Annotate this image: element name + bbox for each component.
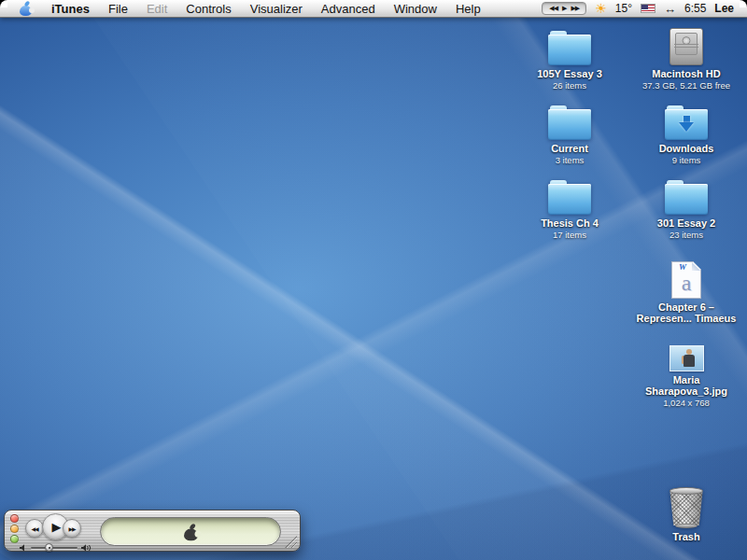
hard-drive-icon (669, 28, 703, 65)
fast-user-switch-name[interactable]: Lee (714, 2, 734, 15)
itunes-mini-player-window[interactable]: ◀◀ ▶ ▶▶ (4, 510, 301, 552)
speaker-loud-icon (80, 543, 92, 553)
desktop-icon-105y-essay-3[interactable]: 105Y Essay 3 26 items (514, 26, 626, 91)
page-fold (692, 262, 700, 271)
lcd-display (100, 517, 281, 546)
icon-info: 9 items (630, 155, 742, 165)
desktop-icon-current[interactable]: Current 3 items (514, 101, 626, 165)
fast-forward-button[interactable]: ▶▶ (63, 519, 81, 538)
weather-sun-icon[interactable]: ☀ (595, 1, 607, 16)
downloads-folder-icon (665, 105, 708, 140)
volume-slider[interactable] (19, 542, 92, 553)
icon-label: Trash (633, 531, 740, 542)
folder-icon (665, 180, 708, 215)
resize-grip[interactable] (285, 536, 297, 548)
speaker-quiet-icon (19, 543, 28, 553)
menu-left: iTunes File Edit Controls Visualizer Adv… (0, 0, 490, 17)
desktop-icon-macintosh-hd[interactable]: Macintosh HD 37.3 GB, 5.21 GB free (630, 26, 742, 91)
word-document-icon: W a (671, 261, 701, 299)
menu-controls[interactable]: Controls (176, 0, 240, 17)
document-letter: a (672, 271, 700, 295)
icon-info: 3 items (514, 155, 626, 165)
icon-info: 37.3 GB, 5.21 GB free (630, 80, 742, 91)
desktop-icon-trash[interactable]: Trash (630, 485, 742, 542)
icon-label: Current (516, 143, 623, 154)
icon-info: 1,024 x 768 (630, 398, 742, 408)
window-zoom-button[interactable] (10, 535, 19, 543)
menu-clock[interactable]: 6:55 (684, 2, 706, 15)
desktop-icon-maria-sharapova-jpg[interactable]: Maria Sharapova_3.jpg 1,024 x 768 (630, 336, 742, 408)
us-flag-icon[interactable] (641, 4, 655, 13)
window-minimize-button[interactable] (10, 525, 19, 533)
screen-corner-left (0, 0, 7, 7)
desktop-icon-chapter-6-document[interactable]: W a Chapter 6 – Represen... Timaeus (630, 259, 742, 324)
trash-icon (667, 487, 706, 528)
rewind-icon: ◀◀ (549, 5, 557, 12)
desktop-icon-301-essay-2[interactable]: 301 Essay 2 23 items (630, 175, 742, 240)
volume-track[interactable] (31, 547, 78, 549)
menu-extras: ◀◀ ▶ ▶▶ ☀ 15° ↔ 6:55 Lee (542, 0, 747, 17)
icon-label: Macintosh HD (633, 68, 740, 79)
itunes-transport-menu-extra[interactable]: ◀◀ ▶ ▶▶ (542, 2, 586, 15)
window-close-button[interactable] (10, 514, 19, 523)
icon-label: Thesis Ch 4 (516, 217, 623, 229)
folder-icon (548, 105, 591, 140)
apple-menu[interactable] (9, 0, 42, 17)
weather-temperature[interactable]: 15° (615, 2, 632, 15)
icon-info: 17 items (514, 230, 626, 240)
folder-icon (548, 31, 591, 65)
menu-visualizer[interactable]: Visualizer (241, 0, 312, 17)
rewind-button[interactable]: ◀◀ (25, 519, 44, 538)
icon-label: 105Y Essay 3 (516, 68, 623, 79)
icon-label: Downloads (633, 143, 740, 154)
apple-logo-icon (19, 1, 33, 16)
desktop-icon-thesis-ch-4[interactable]: Thesis Ch 4 17 items (514, 175, 626, 240)
play-icon: ▶ (562, 5, 566, 12)
icon-info: 26 items (514, 80, 626, 91)
menu-itunes[interactable]: iTunes (42, 0, 99, 17)
flag-canton (641, 5, 648, 9)
image-thumbnail-icon (669, 345, 704, 371)
modem-status-icon[interactable]: ↔ (664, 2, 676, 16)
desktop-icon-downloads[interactable]: Downloads 9 items (630, 101, 742, 165)
folder-icon (548, 180, 591, 215)
volume-thumb[interactable] (45, 543, 53, 552)
menu-file[interactable]: File (99, 0, 137, 17)
icon-label: Maria Sharapova_3.jpg (633, 374, 740, 397)
apple-logo-icon (182, 523, 198, 539)
icon-label: 301 Essay 2 (633, 217, 740, 229)
screen-corner-right (740, 0, 747, 7)
icon-info: 23 items (630, 230, 742, 240)
menu-edit: Edit (137, 0, 176, 17)
icon-label: Chapter 6 – Represen... Timaeus (633, 301, 740, 324)
menu-advanced[interactable]: Advanced (312, 0, 385, 17)
download-arrow-icon (679, 116, 694, 132)
fast-forward-icon: ▶▶ (571, 5, 579, 12)
menu-bar: iTunes File Edit Controls Visualizer Adv… (0, 0, 747, 18)
menu-window[interactable]: Window (385, 0, 446, 17)
menu-help[interactable]: Help (446, 0, 490, 17)
